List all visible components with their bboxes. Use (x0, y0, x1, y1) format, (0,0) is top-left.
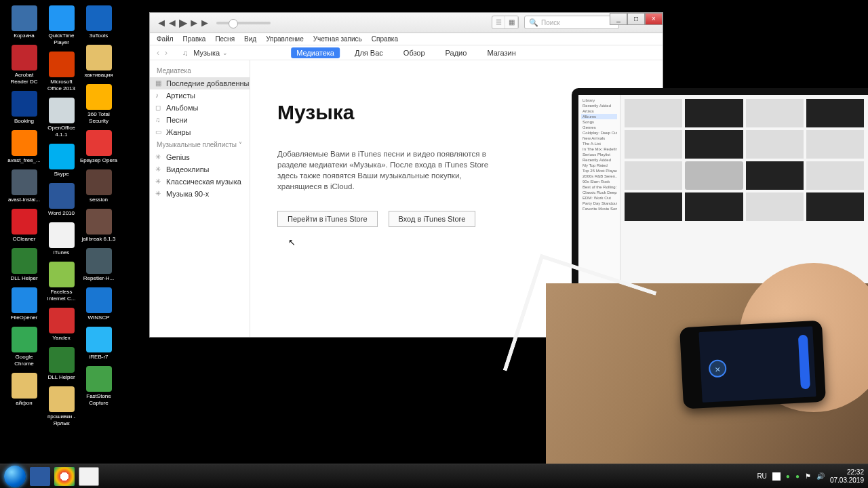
window-maximize-button[interactable]: □ (627, 13, 645, 25)
sidebar-item[interactable]: ✳Классическая музыка (150, 176, 250, 188)
sidebar-item[interactable]: ♫Песни (150, 114, 250, 126)
app-icon (49, 308, 75, 333)
desktop-icon[interactable]: Google Chrome (5, 327, 43, 367)
sidebar-item[interactable]: ▦Последние добавленные (150, 77, 250, 89)
tray-volume-icon[interactable]: 🔊 (816, 472, 825, 480)
desktop-icon[interactable]: Faceless Internet C... (43, 262, 80, 302)
taskbar-chrome-button[interactable] (54, 467, 75, 486)
desktop-icon[interactable]: Skype (43, 144, 80, 178)
tray-action-center-icon[interactable]: ⚑ (805, 472, 811, 480)
desktop-icon[interactable]: jailbreak 6.1.3 (80, 209, 117, 243)
laptop-sidebar-item: 2000s R&B Seren... (581, 174, 617, 179)
album-thumb (685, 161, 743, 190)
sidebar-item[interactable]: ◻Альбомы (150, 102, 250, 114)
sidebar-item[interactable]: ✳Видеоклипы (150, 163, 250, 176)
sidebar-header-playlists[interactable]: Музыкальные плейлисты ˅ (150, 138, 250, 151)
icon-label: iTunes (43, 249, 80, 256)
tray-icon[interactable]: ● (795, 472, 800, 480)
icon-label: Yandex (43, 335, 80, 342)
volume-slider[interactable] (216, 22, 271, 24)
sidebar-item-icon: ✳ (155, 153, 161, 161)
menu-item[interactable]: Управление (266, 35, 304, 43)
nav-tab[interactable]: Магазин (481, 47, 521, 58)
desktop-icon[interactable]: Word 2010 (43, 183, 80, 217)
next-track-button[interactable]: ►► (195, 18, 204, 28)
tray-flag-icon[interactable] (772, 472, 781, 481)
desktop-icon[interactable]: CCleaner (5, 209, 43, 243)
app-icon (12, 45, 37, 70)
app-icon (86, 287, 112, 313)
desktop-icon[interactable]: 3uTools (80, 5, 117, 39)
taskbar-clock[interactable]: 22:32 07.03.2019 (830, 468, 864, 485)
menu-item[interactable]: Справка (372, 35, 398, 43)
sidebar-item[interactable]: ▭Жанры (150, 126, 250, 138)
desktop-icon[interactable]: DLL Helper (5, 248, 43, 282)
menu-item[interactable]: Учетная запись (313, 35, 362, 43)
sidebar-item[interactable]: ✳Музыка 90-х (150, 188, 250, 200)
menu-item[interactable]: Файл (157, 35, 174, 43)
desktop-icon[interactable]: Microsoft Office 2013 (43, 52, 80, 92)
laptop-sidebar-item: Favorite Movie Songs (581, 206, 617, 211)
desktop-icon[interactable]: iREB-r7 (80, 327, 117, 361)
button-label: Вход в iTunes Store (399, 215, 466, 223)
sidebar-item[interactable]: ✳Genius (150, 151, 250, 163)
nav-forward-button[interactable]: › (165, 48, 167, 58)
signin-itunes-store-button[interactable]: Вход в iTunes Store (389, 211, 476, 227)
desktop-icon[interactable]: FileOpener (5, 287, 43, 321)
nav-tab[interactable]: Радио (440, 47, 473, 58)
desktop-icon[interactable]: OpenOffice 4.1.1 (43, 98, 80, 138)
menu-item[interactable]: Вид (244, 35, 256, 43)
desktop-icon[interactable]: FastStone Capture (80, 366, 117, 407)
prev-track-button[interactable]: ◄◄ (162, 18, 172, 28)
desktop-icon[interactable]: Yandex (43, 308, 80, 342)
library-picker[interactable]: Музыка ⌄ (193, 49, 228, 57)
album-thumb (685, 192, 743, 221)
view-switcher[interactable]: ☰▦ (492, 16, 519, 29)
desktop-icon[interactable]: Acrobat Reader DC (5, 45, 43, 85)
window-close-button[interactable]: × (645, 13, 663, 25)
desktop-icon[interactable]: QuickTime Player (43, 5, 80, 46)
nav-tab[interactable]: Обзор (398, 47, 431, 58)
play-button[interactable]: ▶ (178, 18, 188, 28)
desktop-icon[interactable]: прошивки - Ярлык (43, 386, 80, 427)
desktop-icon[interactable]: Repetier-H... (80, 248, 117, 282)
desktop-icon[interactable]: Корзина (5, 5, 43, 39)
language-indicator[interactable]: RU (757, 472, 766, 480)
tray-icon[interactable]: ● (786, 472, 790, 480)
icon-label: Repetier-H... (80, 275, 117, 282)
desktop-icon[interactable]: Браузер Opera (80, 130, 117, 164)
desktop-icon[interactable]: айфон (5, 373, 43, 407)
taskbar-explorer-button[interactable] (30, 467, 50, 486)
desktop-icon[interactable]: Booking (5, 91, 43, 125)
desktop-icon[interactable]: 360 Total Security (80, 84, 117, 125)
app-icon (86, 130, 112, 156)
nav-back-button[interactable]: ‹ (157, 48, 159, 58)
icon-label: QuickTime Player (43, 33, 80, 46)
icon-label: WINSCP (80, 314, 117, 321)
icon-label: FileOpener (5, 314, 43, 321)
laptop-sidebar-item: Recently Added (581, 103, 617, 108)
nav-tab[interactable]: Медиатека (291, 47, 340, 58)
menu-item[interactable]: Песня (215, 35, 235, 43)
search-field[interactable]: 🔍 Поиск (524, 16, 619, 29)
desktop-icon[interactable]: хактивация (80, 45, 117, 79)
sidebar-item[interactable]: ♪Артисты (150, 89, 250, 102)
desktop-icon[interactable]: WINSCP (80, 287, 117, 321)
nav-tab[interactable]: Для Вас (349, 47, 389, 58)
desktop-icon[interactable]: avast_free_... (5, 130, 43, 164)
goto-itunes-store-button[interactable]: Перейти в iTunes Store (277, 211, 378, 227)
search-placeholder: Поиск (541, 19, 560, 26)
app-icon (12, 209, 37, 235)
sidebar-item-icon: ▦ (155, 79, 161, 87)
taskbar-itunes-button[interactable] (79, 467, 99, 486)
window-minimize-button[interactable]: _ (610, 13, 627, 25)
icon-label: avast-instal... (5, 197, 43, 203)
start-button[interactable] (4, 466, 26, 487)
menu-item[interactable]: Правка (183, 35, 206, 43)
desktop-icon[interactable]: DLL Helper (43, 347, 80, 381)
desktop-icon[interactable]: session (80, 169, 117, 203)
album-thumb (746, 161, 804, 190)
clock-date: 07.03.2019 (830, 476, 864, 485)
desktop-icon[interactable]: iTunes (43, 222, 80, 256)
desktop-icon[interactable]: avast-instal... (5, 169, 43, 203)
